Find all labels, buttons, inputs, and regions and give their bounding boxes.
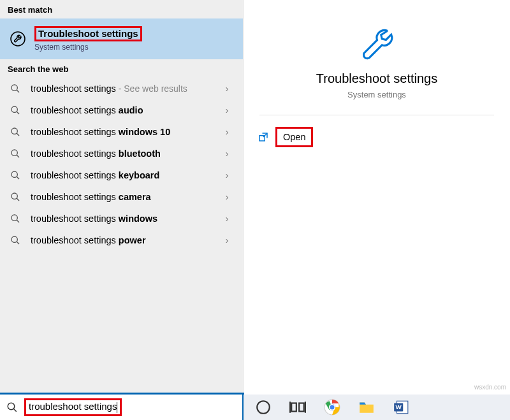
wrench-icon — [358, 25, 395, 62]
search-icon — [10, 83, 20, 94]
svg-point-3 — [11, 128, 17, 134]
annotation-highlight: troubleshoot settings — [24, 398, 122, 416]
web-result[interactable]: troubleshoot settings audio › — [0, 99, 243, 121]
svg-point-1 — [11, 85, 17, 91]
svg-rect-12 — [291, 403, 296, 412]
cortana-icon[interactable] — [255, 399, 272, 416]
svg-point-6 — [11, 193, 17, 199]
search-web-header: Search the web — [0, 59, 243, 78]
chevron-right-icon[interactable]: › — [221, 192, 233, 202]
annotation-highlight: Troubleshoot settings — [34, 26, 142, 41]
search-icon — [6, 402, 18, 413]
file-explorer-icon[interactable] — [358, 399, 375, 416]
chevron-right-icon[interactable]: › — [221, 170, 233, 180]
task-view-icon[interactable] — [289, 399, 306, 416]
word-icon[interactable]: W — [393, 399, 409, 416]
web-result-label: troubleshoot settings keyboard — [31, 170, 211, 180]
svg-point-11 — [257, 401, 270, 414]
web-result[interactable]: troubleshoot settings power › — [0, 229, 243, 251]
web-result[interactable]: troubleshoot settings camera › — [0, 186, 243, 208]
web-result-label: troubleshoot settings windows — [31, 214, 211, 224]
divider — [259, 115, 494, 115]
watermark: wsxdn.com — [474, 384, 506, 391]
svg-point-16 — [330, 405, 335, 410]
search-icon — [10, 214, 20, 224]
web-result-label: troubleshoot settings camera — [31, 192, 211, 202]
best-match-header: Best match — [0, 0, 243, 18]
search-icon — [10, 235, 20, 245]
preview-title: Troubleshoot settings — [244, 71, 510, 86]
open-action[interactable]: Open — [258, 127, 510, 147]
web-result-label: troubleshoot settings audio — [31, 105, 211, 115]
web-result-label: troubleshoot settings power — [31, 235, 211, 245]
annotation-highlight: Open — [275, 127, 313, 147]
svg-point-8 — [11, 236, 17, 242]
web-result-label: troubleshoot settings - See web results — [31, 83, 211, 94]
preview-subtitle: System settings — [244, 90, 510, 99]
open-external-icon — [258, 131, 269, 143]
svg-point-10 — [8, 403, 15, 410]
taskbar: W — [244, 395, 510, 420]
search-icon — [10, 170, 20, 180]
search-icon — [10, 148, 20, 159]
web-result[interactable]: troubleshoot settings windows 10 › — [0, 121, 243, 143]
web-result[interactable]: troubleshoot settings keyboard › — [0, 164, 243, 186]
best-match-title: Troubleshoot settings — [38, 28, 138, 39]
chevron-right-icon[interactable]: › — [221, 83, 233, 94]
svg-point-5 — [11, 171, 17, 177]
web-result[interactable]: troubleshoot settings - See web results … — [0, 78, 243, 99]
chrome-icon[interactable] — [324, 399, 340, 416]
chevron-right-icon[interactable]: › — [221, 235, 233, 245]
svg-rect-13 — [299, 403, 304, 412]
chevron-right-icon[interactable]: › — [221, 127, 233, 137]
chevron-right-icon[interactable]: › — [221, 105, 233, 115]
best-match-subtitle: System settings — [34, 43, 142, 52]
open-label[interactable]: Open — [283, 132, 305, 142]
search-icon — [10, 127, 20, 137]
svg-point-0 — [11, 32, 25, 46]
svg-point-4 — [11, 150, 17, 156]
svg-text:W: W — [396, 403, 402, 410]
chevron-right-icon[interactable]: › — [221, 214, 233, 224]
wrench-icon — [10, 31, 26, 47]
search-input-container[interactable]: troubleshoot settings — [0, 395, 242, 420]
svg-point-7 — [11, 215, 17, 221]
search-icon — [10, 192, 20, 202]
search-input[interactable]: troubleshoot settings — [29, 401, 117, 412]
web-result-label: troubleshoot settings windows 10 — [31, 127, 211, 137]
web-result-label: troubleshoot settings bluetooth — [31, 148, 211, 159]
chevron-right-icon[interactable]: › — [221, 148, 233, 159]
best-match-result[interactable]: Troubleshoot settings System settings — [0, 18, 243, 59]
search-icon — [10, 105, 20, 115]
web-result[interactable]: troubleshoot settings windows › — [0, 208, 243, 229]
web-result[interactable]: troubleshoot settings bluetooth › — [0, 143, 243, 164]
svg-point-2 — [11, 106, 17, 112]
